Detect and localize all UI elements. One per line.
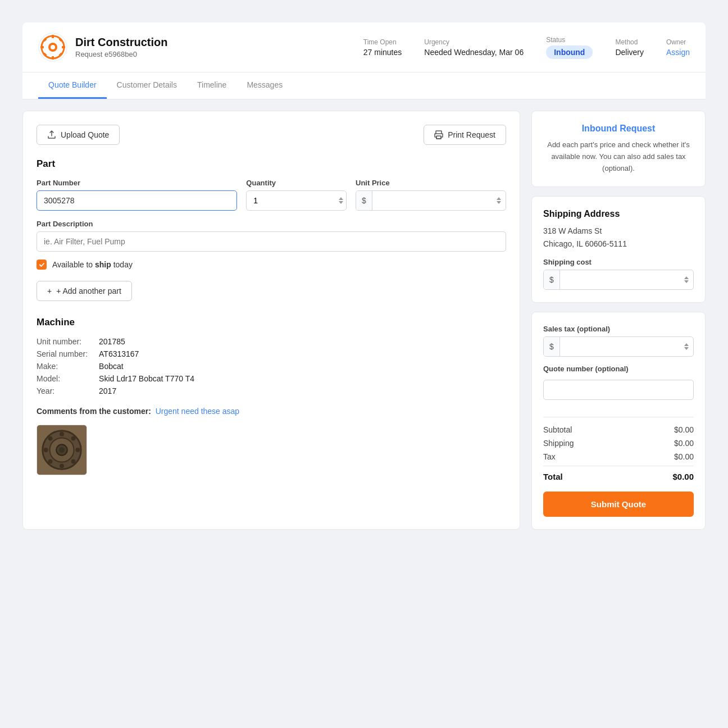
tab-timeline[interactable]: Timeline [187,72,236,99]
quantity-spinner-wrapper [246,190,347,211]
year-value: 2017 [99,386,506,395]
shipping-cost-label: Shipping cost [543,258,694,266]
part-description-input[interactable] [37,231,506,252]
address-line1: 318 W Adams St [543,226,602,235]
quantity-spinner-arrows [339,197,343,204]
header-meta: Time Open 27 minutes Urgency Needed Wedn… [363,36,690,59]
part-description-group: Part Description [37,220,506,252]
unit-price-up-arrow[interactable] [497,197,501,200]
urgency-value: Needed Wednesday, Mar 06 [424,48,524,57]
company-info: Dirt Construction Request e5968be0 [75,36,363,58]
unit-price-spinner [492,197,506,204]
availability-checkbox[interactable] [37,260,47,270]
inbound-desc: Add each part's price and check whether … [543,139,694,174]
shipping-cost-prefix: $ [544,270,560,289]
subtotal-row: Subtotal $0.00 [543,425,694,434]
print-request-label: Print Request [448,130,495,139]
print-request-button[interactable]: Print Request [424,125,506,145]
shipping-cost-down[interactable] [684,280,689,283]
upload-quote-button[interactable]: Upload Quote [37,125,120,145]
time-open-label: Time Open [363,38,402,46]
total-value: $0.00 [672,472,694,481]
model-label: Model: [37,374,88,383]
shipping-address-title: Shipping Address [543,209,694,219]
sales-tax-up[interactable] [684,343,689,346]
tab-quote-builder[interactable]: Quote Builder [38,72,107,99]
unit-number-value: 201785 [99,337,506,346]
company-logo [38,33,67,62]
svg-rect-7 [62,46,65,48]
tab-messages[interactable]: Messages [236,72,293,99]
svg-point-25 [48,459,53,464]
quote-number-input[interactable] [543,380,694,400]
availability-bold: ship [95,260,111,269]
comments-text: Urgent need these asap [156,407,239,416]
svg-point-23 [48,436,53,441]
model-value: Skid Ldr17 Bobcat T770 T4 [99,374,506,383]
svg-point-26 [71,459,76,464]
left-panel: Upload Quote Print Request Part Part Num… [22,111,520,530]
sales-tax-input-group: $ [543,336,694,357]
add-another-part-button[interactable]: + + Add another part [37,281,132,301]
quantity-label: Quantity [246,179,347,187]
meta-urgency: Urgency Needed Wednesday, Mar 06 [424,38,524,57]
unit-price-input[interactable] [372,191,492,210]
total-label: Total [543,472,563,481]
sales-tax-label: Sales tax (optional) [543,325,694,333]
meta-time-open: Time Open 27 minutes [363,38,402,57]
make-label: Make: [37,362,88,371]
sales-tax-down[interactable] [684,347,689,350]
unit-price-label: Unit Price [356,179,506,187]
address-line2: Chicago, IL 60606-5111 [543,239,627,248]
company-name: Dirt Construction [75,36,363,49]
svg-point-20 [60,463,64,468]
tax-value: $0.00 [674,452,694,461]
add-part-plus-icon: + [47,286,52,295]
status-label: Status [546,36,593,44]
unit-price-input-group: $ [356,190,506,211]
shipping-cost-input[interactable] [560,270,680,289]
part-description-label: Part Description [37,220,506,228]
part-number-input[interactable] [37,190,237,211]
machine-section: Machine Unit number: 201785 Serial numbe… [37,317,506,475]
quantity-up-arrow[interactable] [339,197,343,200]
thumbnail-inner [37,425,87,475]
machine-details-table: Unit number: 201785 Serial number: AT631… [37,337,506,395]
owner-label: Owner [666,38,690,46]
tax-row: Tax $0.00 [543,452,694,461]
part-number-label: Part Number [37,179,237,187]
shipping-summary-label: Shipping [543,439,574,448]
part-section-title: Part [37,158,506,170]
sales-tax-spinner [680,343,693,350]
request-id: Request e5968be0 [75,50,363,58]
svg-rect-6 [40,46,44,48]
make-value: Bobcat [99,362,506,371]
tax-label: Tax [543,452,556,461]
quantity-down-arrow[interactable] [339,201,343,204]
attachment-thumbnail[interactable] [37,425,87,475]
print-icon [434,130,443,139]
comments-row: Comments from the customer: Urgent need … [37,407,506,416]
unit-number-label: Unit number: [37,337,88,346]
tabs-bar: Quote Builder Customer Details Timeline … [22,72,706,99]
unit-price-prefix: $ [356,191,372,210]
svg-rect-12 [436,131,442,134]
quantity-input[interactable] [246,190,347,211]
shipping-row: Shipping $0.00 [543,439,694,448]
upload-quote-label: Upload Quote [61,130,109,139]
svg-point-3 [51,45,55,49]
unit-price-down-arrow[interactable] [497,201,501,204]
tab-customer-details[interactable]: Customer Details [107,72,187,99]
shipping-cost-spinner [680,276,693,283]
summary-card: Sales tax (optional) $ Quote number (opt… [531,312,706,530]
submit-quote-button[interactable]: Submit Quote [543,492,694,517]
shipping-cost-input-group: $ [543,270,694,290]
shipping-cost-up[interactable] [684,276,689,279]
time-open-value: 27 minutes [363,48,402,57]
inbound-title: Inbound Request [543,124,694,134]
header: Dirt Construction Request e5968be0 Time … [22,22,706,72]
method-label: Method [615,38,644,46]
assign-link[interactable]: Assign [666,48,690,57]
availability-row: Available to ship today [37,260,506,270]
sales-tax-input[interactable] [560,337,680,356]
